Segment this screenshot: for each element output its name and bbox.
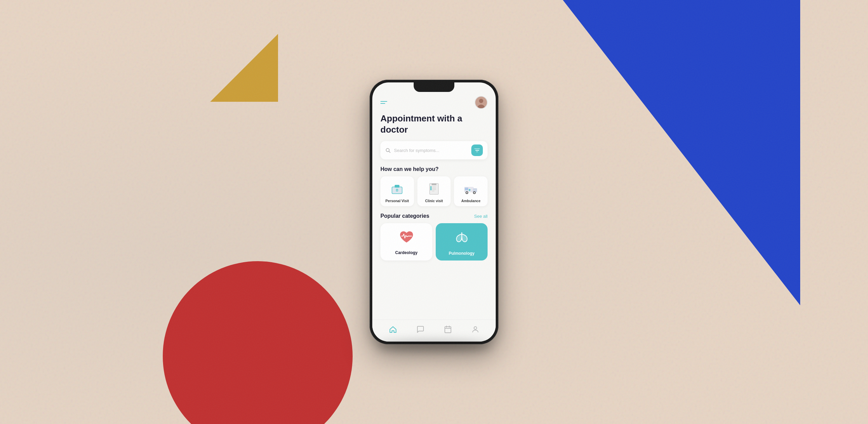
personal-visit-label: Personal Visit [386, 199, 409, 203]
phone-notch [414, 82, 454, 92]
phone-shadow [376, 341, 492, 351]
svg-rect-28 [445, 327, 451, 333]
categories-section-title: Popular categories [380, 213, 429, 219]
bg-circle-red [163, 261, 353, 424]
search-placeholder: Search for symptoms... [394, 148, 468, 153]
svg-point-1 [479, 99, 484, 103]
svg-rect-6 [395, 185, 399, 188]
avatar[interactable] [475, 96, 488, 109]
service-card-clinic-visit[interactable]: Clinic visit [417, 176, 451, 206]
svg-point-16 [430, 186, 432, 188]
phone-body: Appointment with a doctor Search for sym… [370, 80, 498, 344]
category-cards: Cardeology [380, 223, 488, 261]
svg-point-23 [466, 192, 468, 193]
ambulance-label: Ambulance [461, 199, 480, 203]
hamburger-menu-button[interactable] [380, 101, 387, 104]
filter-button[interactable] [471, 144, 483, 156]
nav-item-home[interactable] [385, 324, 401, 335]
svg-point-32 [474, 327, 477, 329]
clinic-visit-label: Clinic visit [425, 199, 443, 203]
phone-mockup: Appointment with a doctor Search for sym… [370, 80, 498, 344]
clinic-visit-icon [427, 181, 441, 196]
search-icon [385, 148, 391, 153]
app-header [372, 92, 496, 112]
svg-point-17 [430, 188, 432, 189]
ambulance-icon [463, 181, 478, 196]
screen-content: Appointment with a doctor Search for sym… [372, 92, 496, 342]
cardeology-label: Cardeology [395, 250, 417, 255]
svg-point-25 [474, 192, 475, 193]
chat-icon [416, 325, 425, 333]
nav-item-calendar[interactable] [440, 324, 456, 335]
personal-visit-icon [390, 181, 405, 196]
category-card-cardeology[interactable]: Cardeology [380, 223, 432, 261]
filter-icon [474, 149, 480, 152]
pulmonology-icon [454, 230, 470, 248]
home-icon [389, 325, 397, 333]
main-content: Appointment with a doctor Search for sym… [372, 112, 496, 320]
svg-line-4 [389, 151, 390, 153]
see-all-button[interactable]: See all [474, 214, 488, 219]
service-card-personal-visit[interactable]: Personal Visit [380, 176, 414, 206]
bottom-nav [372, 320, 496, 342]
categories-header: Popular categories See all [380, 213, 488, 219]
category-card-pulmonology[interactable]: Pulmonology [436, 223, 488, 261]
bg-triangle-blue [563, 0, 800, 305]
svg-rect-11 [432, 184, 436, 185]
phone-screen: Appointment with a doctor Search for sym… [372, 82, 496, 342]
calendar-icon [444, 325, 452, 333]
svg-rect-21 [465, 188, 468, 190]
svg-point-18 [430, 189, 432, 190]
help-section-title: How can we help you? [380, 166, 488, 172]
nav-item-profile[interactable] [467, 324, 484, 335]
pulmonology-label: Pulmonology [449, 251, 475, 256]
cardeology-icon [399, 230, 414, 247]
page-title: Appointment with a doctor [380, 113, 488, 135]
bg-triangle-gold [210, 34, 278, 102]
service-cards: Personal Visit [380, 176, 488, 206]
service-card-ambulance[interactable]: Ambulance [454, 176, 488, 206]
nav-item-chat[interactable] [412, 324, 429, 335]
profile-icon [471, 325, 479, 333]
search-bar[interactable]: Search for symptoms... [380, 141, 488, 159]
